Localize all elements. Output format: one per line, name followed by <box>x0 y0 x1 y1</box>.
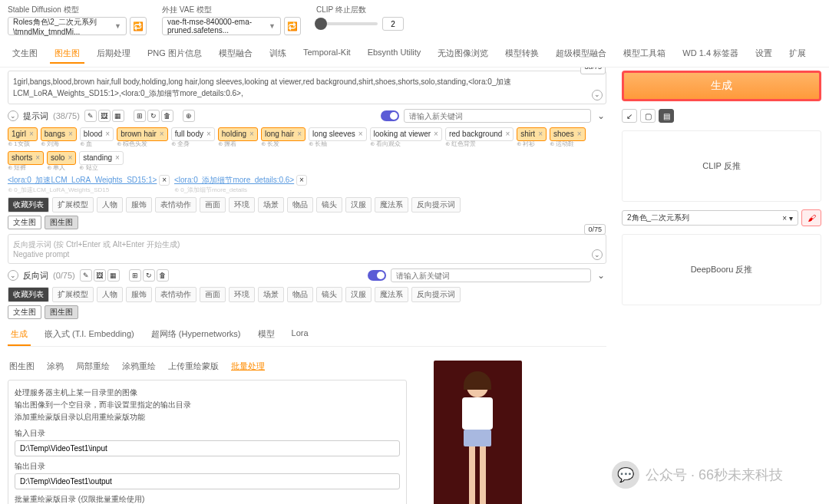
neg-switch[interactable] <box>368 270 386 281</box>
vae-dropdown[interactable]: vae-ft-mse-840000-ema-pruned.safetens...… <box>162 17 281 35</box>
lora-x-2[interactable]: × <box>296 175 307 186</box>
category-tab-3[interactable]: 服饰 <box>126 197 152 212</box>
category-tab-6[interactable]: 环境 <box>229 197 255 212</box>
category-tab-2[interactable]: 人物 <box>97 287 123 302</box>
category-tab-5[interactable]: 画面 <box>200 287 226 302</box>
prompt-switch[interactable] <box>381 110 399 121</box>
sub-tab-1[interactable]: 涂鸦 <box>45 357 65 375</box>
tag-remove-icon[interactable]: × <box>105 130 110 139</box>
chevron-down-icon[interactable]: ⌄ <box>8 110 18 121</box>
sub-tab-5[interactable]: 批量处理 <box>230 357 266 375</box>
chevron-down-icon[interactable]: ⌄ <box>8 270 18 281</box>
category-tab-9[interactable]: 镜头 <box>316 287 342 302</box>
preview-image[interactable] <box>434 361 522 504</box>
tag-remove-icon[interactable]: × <box>577 130 582 139</box>
skip-btn[interactable]: ▢ <box>640 109 656 123</box>
category-tab-11[interactable]: 魔法系 <box>375 197 408 212</box>
gen-tab-4[interactable]: Lora <box>289 324 312 346</box>
category-tab-9[interactable]: 镜头 <box>316 197 342 212</box>
category-tab-8[interactable]: 物品 <box>287 287 313 302</box>
clip-skip-slider[interactable] <box>316 22 378 25</box>
generate-button[interactable]: 生成 <box>622 71 821 101</box>
mode-tab-txt2img[interactable]: 文生图 <box>8 216 41 229</box>
sub-tab-4[interactable]: 上传重绘蒙版 <box>167 357 220 375</box>
deepbooru-panel[interactable]: DeepBooru 反推 <box>622 234 821 305</box>
output-dir-field[interactable] <box>15 473 400 489</box>
main-tab-8[interactable]: 无边图像浏览 <box>433 44 493 64</box>
gen-tab-3[interactable]: 模型 <box>255 324 278 346</box>
tag-remove-icon[interactable]: × <box>249 130 254 139</box>
gen-tab-1[interactable]: 嵌入式 (T.I. Embedding) <box>41 324 137 346</box>
category-tab-12[interactable]: 反向提示词 <box>411 287 461 302</box>
negative-prompt-box[interactable]: 0/75 反向提示词 (按 Ctrl+Enter 或 Alt+Enter 开始生… <box>8 234 606 264</box>
main-tab-14[interactable]: 扩展 <box>784 44 811 64</box>
lora-x-1[interactable]: × <box>159 175 170 186</box>
sub-tab-2[interactable]: 局部重绘 <box>74 357 111 375</box>
main-tab-3[interactable]: PNG 图片信息 <box>143 44 206 64</box>
tag-remove-icon[interactable]: × <box>115 153 120 163</box>
category-tab-0[interactable]: 收藏列表 <box>8 287 49 302</box>
interrogate-btn[interactable]: ↙ <box>622 109 637 123</box>
img-btn[interactable]: 🖼 <box>98 110 111 122</box>
category-tab-1[interactable]: 扩展模型 <box>52 197 94 212</box>
img-btn[interactable]: 🖼 <box>94 269 106 282</box>
category-tab-7[interactable]: 场景 <box>258 287 284 302</box>
main-tab-6[interactable]: Temporal-Kit <box>299 44 355 64</box>
tool-btn-1[interactable]: ⊞ <box>134 110 146 122</box>
category-tab-7[interactable]: 场景 <box>258 197 284 212</box>
lora-link-2[interactable]: <lora:0_添加细节more_details:0.6> <box>174 176 294 184</box>
category-tab-6[interactable]: 环境 <box>229 287 255 302</box>
collapse-icon[interactable]: ⌄ <box>596 270 606 281</box>
main-tab-10[interactable]: 超级模型融合 <box>551 44 611 64</box>
tag-remove-icon[interactable]: × <box>538 130 543 139</box>
vae-refresh[interactable]: 🔁 <box>284 17 301 35</box>
tag-remove-icon[interactable]: × <box>505 130 510 139</box>
main-tab-2[interactable]: 后期处理 <box>92 44 135 64</box>
sd-model-refresh[interactable]: 🔁 <box>130 17 147 35</box>
tag-remove-icon[interactable]: × <box>434 130 438 139</box>
style-clear[interactable]: × <box>782 214 787 222</box>
category-tab-2[interactable]: 人物 <box>97 197 123 212</box>
tag-remove-icon[interactable]: × <box>68 153 72 163</box>
main-tab-12[interactable]: WD 1.4 标签器 <box>678 44 743 64</box>
neg-keyword-input[interactable] <box>391 268 591 282</box>
extra-btn[interactable]: ⊕ <box>183 110 195 122</box>
tool-btn-2[interactable]: ↻ <box>147 110 160 122</box>
category-tab-12[interactable]: 反向提示词 <box>411 197 461 212</box>
main-tab-13[interactable]: 设置 <box>751 44 777 64</box>
mode-tab-txt2img[interactable]: 文生图 <box>8 305 41 319</box>
collapse-icon[interactable]: ⌄ <box>592 249 603 260</box>
main-tab-1[interactable]: 图生图 <box>50 44 84 64</box>
category-tab-5[interactable]: 画面 <box>200 197 226 212</box>
gen-tab-0[interactable]: 生成 <box>8 324 31 346</box>
tag-remove-icon[interactable]: × <box>35 153 40 163</box>
category-tab-4[interactable]: 表情动作 <box>155 287 197 302</box>
main-tab-9[interactable]: 模型转换 <box>500 44 543 64</box>
category-tab-3[interactable]: 服饰 <box>126 287 152 302</box>
tag-remove-icon[interactable]: × <box>206 130 211 139</box>
main-tab-0[interactable]: 文生图 <box>8 44 42 64</box>
delete-btn[interactable]: 🗑 <box>161 110 173 122</box>
edit-btn[interactable]: ✎ <box>84 110 97 122</box>
collapse-icon[interactable]: ⌄ <box>592 90 603 100</box>
delete-btn[interactable]: 🗑 <box>157 269 169 282</box>
mode-tab-img2img[interactable]: 图生图 <box>45 216 78 229</box>
main-tab-11[interactable]: 模型工具箱 <box>619 44 670 64</box>
main-tab-7[interactable]: Ebsynth Utility <box>363 44 426 64</box>
mode-tab-img2img[interactable]: 图生图 <box>45 305 78 319</box>
tag-remove-icon[interactable]: × <box>160 130 164 139</box>
keyword-input[interactable] <box>404 109 591 123</box>
tag-remove-icon[interactable]: × <box>297 130 302 139</box>
edit-btn[interactable]: ✎ <box>80 269 92 282</box>
category-tab-10[interactable]: 汉服 <box>345 287 372 302</box>
collapse-icon[interactable]: ⌄ <box>596 110 606 121</box>
tool-btn-1[interactable]: ⊞ <box>129 269 141 282</box>
category-tab-8[interactable]: 物品 <box>287 197 313 212</box>
grid-btn[interactable]: ▦ <box>112 110 124 122</box>
stop-btn[interactable]: ▤ <box>659 109 674 123</box>
main-tab-4[interactable]: 模型融合 <box>214 44 257 64</box>
category-tab-10[interactable]: 汉服 <box>345 197 372 212</box>
style-dropdown[interactable]: 2角色_二次元系列 × ▾ <box>622 210 798 226</box>
tag-remove-icon[interactable]: × <box>29 130 34 139</box>
lora-link-1[interactable]: <lora:0_加速LCM_LoRA_Weights_SD15:1> <box>8 176 157 184</box>
